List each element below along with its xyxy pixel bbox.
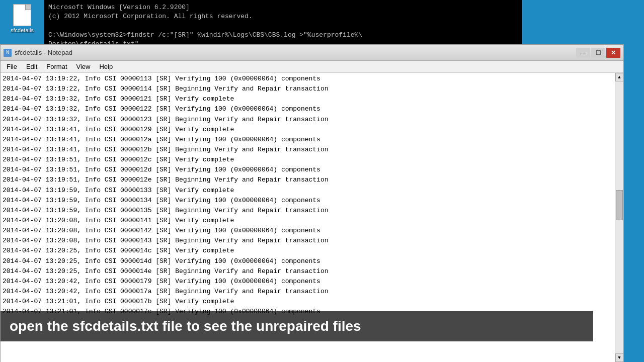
titlebar-left: N sfcdetails - Notepad — [4, 49, 72, 57]
menu-view[interactable]: View — [72, 62, 95, 71]
cmd-line-3 — [48, 21, 518, 30]
menu-format[interactable]: Format — [42, 62, 71, 71]
log-line: 2014-04-07 13:19:32, Info CSI 00000122 [… — [3, 104, 613, 114]
window-controls: — ☐ ✕ — [576, 48, 620, 58]
log-line: 2014-04-07 13:19:59, Info CSI 00000134 [… — [3, 196, 613, 206]
log-line: 2014-04-07 13:19:32, Info CSI 00000123 [… — [3, 115, 613, 125]
log-line: 2014-04-07 13:20:42, Info CSI 0000017a [… — [3, 287, 613, 297]
overlay-text: open the sfcdetails.txt file to see the … — [10, 318, 361, 334]
scroll-down-arrow[interactable]: ▼ — [615, 353, 624, 362]
log-line: 2014-04-07 13:19:51, Info CSI 0000012d [… — [3, 165, 613, 175]
desktop-icon-label: sfcdetails — [11, 27, 34, 33]
overlay-caption: open the sfcdetails.txt file to see the … — [1, 311, 593, 341]
log-line: 2014-04-07 13:19:41, Info CSI 00000129 [… — [3, 125, 613, 135]
cmd-line-1: Microsoft Windows [Version 6.2.9200] — [48, 3, 518, 12]
cmd-line-2: (c) 2012 Microsoft Corporation. All righ… — [48, 12, 518, 21]
notepad-window: N sfcdetails - Notepad — ☐ ✕ File Edit F… — [0, 44, 624, 362]
log-line: 2014-04-07 13:20:42, Info CSI 00000179 [… — [3, 277, 613, 287]
log-line: 2014-04-07 13:19:22, Info CSI 00000114 [… — [3, 84, 613, 94]
cmd-line-4: C:\Windows\system32>findstr /c:"[SR]" %w… — [48, 31, 518, 40]
log-line: 2014-04-07 13:19:59, Info CSI 00000133 [… — [3, 186, 613, 196]
minimize-button[interactable]: — — [576, 48, 590, 58]
log-line: 2014-04-07 13:20:25, Info CSI 0000014d [… — [3, 256, 613, 266]
scroll-thumb[interactable] — [616, 190, 623, 220]
log-line: 2014-04-07 13:19:32, Info CSI 00000121 [… — [3, 94, 613, 104]
file-icon — [13, 4, 31, 26]
log-line: 2014-04-07 13:20:25, Info CSI 0000014c [… — [3, 246, 613, 256]
log-line: 2014-04-07 13:19:51, Info CSI 0000012e [… — [3, 175, 613, 185]
scrollbar[interactable]: ▲ ▼ — [615, 73, 623, 362]
log-line: 2014-04-07 13:19:41, Info CSI 0000012a [… — [3, 135, 613, 145]
log-line: 2014-04-07 13:21:01, Info CSI 0000017b [… — [3, 297, 613, 307]
window-title: sfcdetails - Notepad — [15, 49, 72, 56]
log-line: 2014-04-07 13:20:08, Info CSI 00000143 [… — [3, 236, 613, 246]
scroll-up-arrow[interactable]: ▲ — [615, 73, 624, 81]
titlebar: N sfcdetails - Notepad — ☐ ✕ — [1, 45, 623, 61]
log-line: 2014-04-07 13:20:25, Info CSI 0000014e [… — [3, 266, 613, 277]
log-line: 2014-04-07 13:20:08, Info CSI 00000142 [… — [3, 226, 613, 236]
log-line: 2014-04-07 13:19:51, Info CSI 0000012c [… — [3, 155, 613, 165]
menu-edit[interactable]: Edit — [22, 62, 41, 71]
notepad-icon: N — [4, 49, 12, 57]
desktop-icon[interactable]: sfcdetails — [4, 4, 40, 33]
log-line: 2014-04-07 13:19:41, Info CSI 0000012b [… — [3, 145, 613, 155]
log-line: 2014-04-07 13:19:59, Info CSI 00000135 [… — [3, 206, 613, 216]
cmd-window: Microsoft Windows [Version 6.2.9200] (c)… — [44, 0, 522, 44]
menubar: File Edit Format View Help — [1, 61, 623, 73]
maximize-button[interactable]: ☐ — [591, 48, 605, 58]
log-line: 2014-04-07 13:20:08, Info CSI 00000141 [… — [3, 216, 613, 226]
menu-file[interactable]: File — [3, 62, 21, 71]
scroll-track[interactable] — [615, 81, 623, 353]
menu-help[interactable]: Help — [95, 62, 117, 71]
log-line: 2014-04-07 13:19:22, Info CSI 00000113 [… — [3, 74, 613, 84]
close-button[interactable]: ✕ — [606, 48, 620, 58]
